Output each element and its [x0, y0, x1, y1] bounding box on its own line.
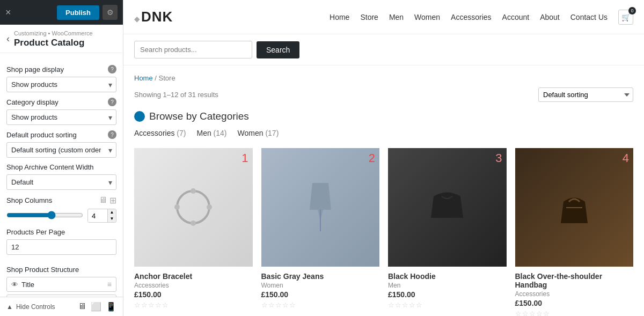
results-text: Showing 1–12 of 31 results	[134, 91, 218, 99]
shop-columns-slider-wrap	[6, 211, 83, 221]
product-gray-jeans-img[interactable]: 2	[261, 148, 380, 267]
back-button[interactable]: ‹	[6, 32, 10, 46]
category-display-select[interactable]: Show products Show subcategories Show su…	[6, 109, 116, 125]
default-sorting-select[interactable]: Default sorting (custom ordering + na So…	[6, 142, 116, 158]
cat-women-count: (17)	[265, 129, 279, 137]
desktop-icon[interactable]: 🖥	[78, 302, 86, 312]
default-sorting-select-wrap: Default sorting (custom ordering + na So…	[6, 142, 116, 158]
search-submit-button[interactable]: Search	[257, 41, 299, 58]
breadcrumb-text: Customizing • WooCommerce	[14, 30, 93, 36]
cat-men[interactable]: Men (14)	[196, 129, 226, 137]
default-sorting-help[interactable]: ?	[108, 130, 116, 139]
nav-contact[interactable]: Contact Us	[570, 13, 608, 21]
monitor-icon[interactable]: 🖥	[99, 195, 107, 205]
archive-width-select[interactable]: Default Full Width	[6, 174, 116, 190]
eye-icon-title[interactable]: 👁	[11, 281, 18, 289]
shop-columns-number-input[interactable]	[88, 210, 107, 222]
shop-columns-increment[interactable]: ▲	[107, 209, 116, 216]
product-handbag-cat: Accessories	[515, 290, 634, 298]
shop-columns-decrement[interactable]: ▼	[107, 216, 116, 222]
shop-columns-slider-row: ▲ ▼	[6, 209, 116, 223]
cat-men-count: (14)	[214, 129, 227, 137]
product-anchor-bracelet-stars: ☆☆☆☆☆	[134, 301, 253, 309]
nav-store[interactable]: Store	[360, 13, 378, 21]
jeans-icon	[307, 183, 334, 231]
cart-badge: 0	[628, 7, 636, 14]
device-icons: 🖥 ⬜ 📱	[78, 302, 116, 312]
shop-columns-number-wrap: ▲ ▼	[87, 209, 116, 223]
shop-breadcrumb: Home / Store	[134, 74, 633, 82]
sorting-select[interactable]: Default sorting Sort by popularity Sort …	[538, 87, 633, 102]
cat-women[interactable]: Women (17)	[238, 129, 279, 137]
publish-button[interactable]: Publish	[57, 5, 99, 20]
products-per-page-header: Products Per Page	[6, 228, 116, 236]
customizer-panel: × Publish ⚙ ‹ Customizing • WooCommerce …	[0, 0, 123, 316]
main-area: ◆DNK Home Store Men Women Accessories Ac…	[123, 0, 644, 316]
nav-accessories[interactable]: Accessories	[451, 13, 491, 21]
publish-row: Publish ⚙	[57, 5, 118, 20]
panel-title: Product Catalog	[14, 38, 93, 48]
results-bar: Showing 1–12 of 31 results Default sorti…	[134, 87, 633, 102]
product-black-hoodie: 3 Black Hoodie Men £150.00 ☆☆☆☆☆	[388, 148, 507, 316]
shop-page-display-select[interactable]: Show products Show categories Show categ…	[6, 77, 116, 92]
nav-about[interactable]: About	[540, 13, 560, 21]
categories-section: Browse by Categories Accessories (7) Men…	[134, 111, 633, 137]
cat-accessories-name: Accessories	[134, 129, 174, 137]
drag-handle-title[interactable]: ≡	[107, 280, 112, 289]
tablet-icon-bottom[interactable]: ⬜	[91, 302, 101, 312]
product-black-hoodie-cat: Men	[388, 282, 507, 289]
product-black-hoodie-img[interactable]: 3	[388, 148, 507, 267]
shop-columns-num-buttons: ▲ ▼	[107, 209, 116, 222]
structure-title-label: Title	[21, 281, 104, 289]
nav-home[interactable]: Home	[330, 13, 349, 21]
search-bar: Search	[123, 34, 644, 65]
main-nav: Home Store Men Women Accessories Account…	[330, 10, 633, 25]
breadcrumb-home[interactable]: Home	[134, 74, 153, 82]
store-header: ◆DNK Home Store Men Women Accessories Ac…	[123, 0, 644, 34]
svg-point-3	[191, 221, 196, 226]
product-anchor-bracelet-cat: Accessories	[134, 282, 253, 289]
products-per-page-input[interactable]	[6, 239, 116, 255]
product-anchor-bracelet-img[interactable]: 1	[134, 148, 253, 267]
hide-controls-label: Hide Controls	[16, 303, 55, 311]
mobile-icon[interactable]: 📱	[106, 302, 116, 312]
nav-account[interactable]: Account	[502, 13, 530, 21]
column-icons: 🖥 ⊞	[99, 195, 116, 205]
breadcrumb-separator: /	[155, 74, 158, 82]
structure-item-title: 👁 Title ≡	[6, 277, 116, 292]
product-gray-jeans-price: £150.00	[261, 290, 380, 299]
tablet-icon[interactable]: ⊞	[109, 195, 116, 205]
product-handbag: 4 Black Over-the-shoulder Handbag Access…	[515, 148, 634, 316]
nav-men[interactable]: Men	[389, 13, 404, 21]
product-anchor-bracelet-name: Anchor Bracelet	[134, 272, 253, 281]
shop-page-display-label: Shop page display	[6, 65, 64, 74]
shop-columns-label: Shop Columns	[6, 196, 52, 204]
product-handbag-img[interactable]: 4	[515, 148, 634, 267]
default-sorting-label: Default product sorting	[6, 131, 77, 139]
category-display-help[interactable]: ?	[108, 98, 116, 106]
product-anchor-bracelet-price: £150.00	[134, 290, 253, 299]
shop-page-display-header: Shop page display ?	[6, 65, 116, 74]
archive-width-header: Shop Archive Content Width	[6, 163, 116, 171]
product-gray-jeans: 2 Basic Gray Jeans Women £150.00 ☆☆☆☆☆	[261, 148, 380, 316]
shop-columns-slider[interactable]	[6, 211, 83, 219]
search-input[interactable]	[134, 41, 252, 58]
hide-controls-icon: ▲	[6, 303, 13, 311]
close-button[interactable]: ×	[5, 8, 11, 17]
shop-page-display-select-wrap: Show products Show categories Show categ…	[6, 77, 116, 92]
product-gray-jeans-stars: ☆☆☆☆☆	[261, 301, 380, 309]
settings-gear-button[interactable]: ⚙	[103, 5, 118, 20]
cat-accessories-count: (7)	[177, 129, 186, 137]
hoodie-icon	[426, 186, 469, 229]
product-handbag-price: £150.00	[515, 299, 634, 307]
cart-icon[interactable]: 🛒 0	[618, 10, 633, 25]
hide-controls-button[interactable]: ▲ Hide Controls	[6, 303, 55, 311]
product-gray-jeans-name: Basic Gray Jeans	[261, 272, 380, 281]
cat-accessories[interactable]: Accessories (7)	[134, 129, 186, 137]
product-black-hoodie-price: £150.00	[388, 290, 507, 299]
panel-bottom-bar: ▲ Hide Controls 🖥 ⬜ 📱	[0, 297, 123, 316]
product-structure-header: Shop Product Structure	[6, 266, 116, 274]
shop-page-display-help[interactable]: ?	[108, 65, 116, 74]
nav-women[interactable]: Women	[414, 13, 440, 21]
svg-point-4	[207, 204, 212, 210]
